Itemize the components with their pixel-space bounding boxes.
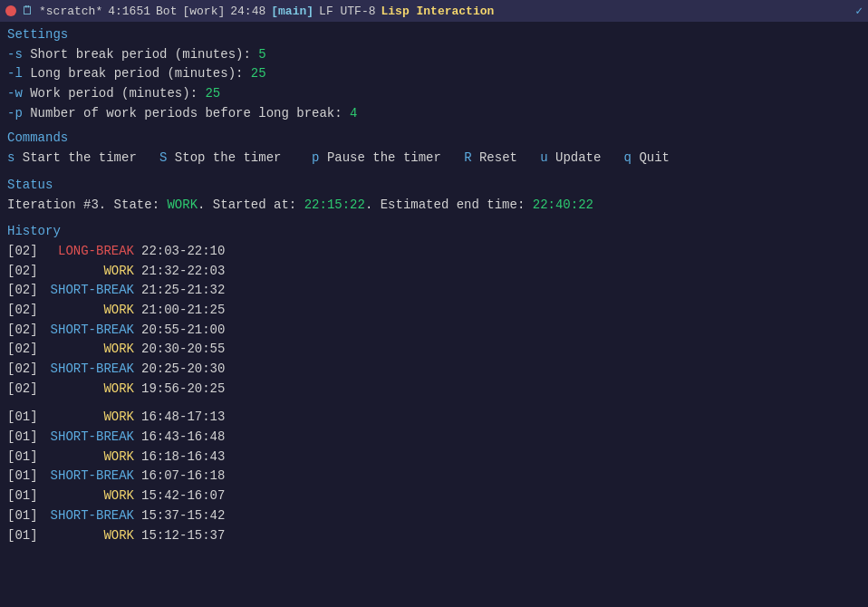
settings-s-desc: Short break period (minutes): (30, 47, 258, 62)
history-time: 22:03-22:10 (141, 242, 225, 262)
cmd-key-u[interactable]: u (540, 149, 547, 169)
workspace: [work] (182, 5, 225, 18)
history-type: WORK (43, 380, 134, 400)
flag-p: -p (7, 106, 23, 120)
settings-line-l: -l Long break period (minutes): 25 (7, 64, 861, 84)
started-time: 22:15:22 (304, 198, 365, 212)
settings-s-value: 5 (258, 47, 265, 62)
history-index: [02] (7, 360, 43, 380)
history-type: WORK (43, 262, 134, 282)
history-index: [01] (7, 506, 43, 526)
list-item: [02]WORK20:30-20:55 (7, 340, 861, 360)
branch-indicator: [main] (271, 5, 313, 18)
list-item: [01]WORK16:48-17:13 (7, 408, 861, 428)
commands-heading: Commands (7, 129, 861, 149)
settings-line-s: -s Short break period (minutes): 5 (7, 45, 861, 65)
buffer-icon: 🗒 (22, 5, 34, 18)
history-time: 15:42-16:07 (141, 487, 225, 506)
list-item: [02]SHORT-BREAK20:55-21:00 (7, 321, 861, 341)
settings-l-desc: Long break period (minutes): (30, 66, 251, 81)
list-item: [01]WORK16:18-16:43 (7, 448, 861, 467)
history-gap (7, 399, 861, 408)
history-type: WORK (43, 408, 134, 428)
history-heading: History (7, 222, 861, 242)
history-index: [02] (7, 321, 43, 341)
cmd-label-q: Quit (632, 149, 670, 169)
history-time: 19:56-20:25 (141, 380, 225, 400)
list-item: [02]LONG-BREAK22:03-22:10 (7, 242, 861, 262)
cmd-key-s[interactable]: s (7, 149, 14, 169)
commands-line: s Start the timer S Stop the timer p Pau… (7, 149, 861, 169)
history-time: 16:48-17:13 (141, 408, 225, 428)
settings-line-w: -w Work period (minutes): 25 (7, 84, 861, 104)
cmd-label-s: Start the timer (14, 149, 159, 169)
history-type: WORK (43, 340, 134, 360)
history-type: SHORT-BREAK (43, 281, 134, 301)
history-index: [02] (7, 242, 43, 262)
history-type: WORK (43, 448, 134, 467)
history-time: 16:43-16:48 (141, 428, 225, 448)
history-index: [02] (7, 301, 43, 321)
history-type: SHORT-BREAK (43, 506, 134, 526)
list-item: [01]SHORT-BREAK16:43-16:48 (7, 428, 861, 448)
history-time: 16:18-16:43 (141, 448, 225, 467)
list-item: [01]SHORT-BREAK16:07-16:18 (7, 467, 861, 487)
settings-section: Settings -s Short break period (minutes)… (7, 25, 861, 123)
cmd-label-u: Update (548, 149, 624, 169)
settings-l-value: 25 (251, 66, 266, 81)
settings-p-value: 4 (350, 106, 357, 120)
end-time: 22:40:22 (533, 198, 593, 212)
cmd-label-S: Stop the timer (167, 149, 312, 169)
cursor-position: 4:1651 (108, 5, 150, 18)
history-type: WORK (43, 487, 134, 506)
history-type: SHORT-BREAK (43, 360, 134, 380)
history-index: [02] (7, 380, 43, 400)
history-time: 21:25-21:32 (141, 281, 225, 301)
list-item: [01]SHORT-BREAK15:37-15:42 (7, 506, 861, 526)
list-item: [02]WORK21:32-22:03 (7, 262, 861, 282)
main-content: Settings -s Short break period (minutes)… (0, 22, 868, 549)
history-index: [01] (7, 408, 43, 428)
iteration-label: Iteration #3. State: (7, 198, 167, 212)
history-type: SHORT-BREAK (43, 428, 134, 448)
cmd-key-S[interactable]: S (159, 149, 167, 169)
flag-s: -s (7, 47, 23, 62)
cmd-key-R[interactable]: R (464, 149, 471, 169)
settings-line-p: -p Number of work periods before long br… (7, 104, 861, 124)
mode-indicator: Bot (156, 5, 177, 18)
cmd-key-p[interactable]: p (312, 149, 319, 169)
history-index: [02] (7, 281, 43, 301)
history-index: [02] (7, 340, 43, 360)
check-icon: ✓ (855, 4, 863, 18)
history-type: SHORT-BREAK (43, 321, 134, 341)
history-type: SHORT-BREAK (43, 467, 134, 487)
history-index: [01] (7, 526, 43, 546)
traffic-light-dot (5, 5, 16, 16)
cmd-label-p: Pause the timer (320, 149, 465, 169)
status-section: Status Iteration #3. State: WORK. Starte… (7, 176, 861, 215)
history-time: 20:55-21:00 (141, 321, 225, 341)
list-item: [02]SHORT-BREAK21:25-21:32 (7, 281, 861, 301)
status-state: WORK (167, 198, 198, 212)
commands-section: Commands s Start the timer S Stop the ti… (7, 129, 861, 168)
history-type: WORK (43, 301, 134, 321)
history-time: 21:00-21:25 (141, 301, 225, 321)
cmd-key-q[interactable]: q (624, 149, 632, 169)
history-index: [01] (7, 428, 43, 448)
settings-p-desc: Number of work periods before long break… (30, 106, 350, 120)
history-index: [01] (7, 448, 43, 467)
status-detail: Iteration #3. State: WORK. Started at: 2… (7, 196, 861, 216)
filename: *scratch* (39, 5, 102, 18)
history-type: WORK (43, 526, 134, 546)
cmd-label-R: Reset (472, 149, 541, 169)
list-item: [01]WORK15:12-15:37 (7, 526, 861, 546)
major-mode: Lisp Interaction (381, 5, 495, 18)
settings-w-value: 25 (205, 86, 220, 101)
list-item: [02]SHORT-BREAK20:25-20:30 (7, 360, 861, 380)
history-time: 20:25-20:30 (141, 360, 225, 380)
end-label: . Estimated end time: (365, 198, 533, 212)
history-time: 20:30-20:55 (141, 340, 225, 360)
status-heading: Status (7, 176, 861, 196)
history-index: [02] (7, 262, 43, 282)
started-label: . Started at: (198, 198, 304, 212)
